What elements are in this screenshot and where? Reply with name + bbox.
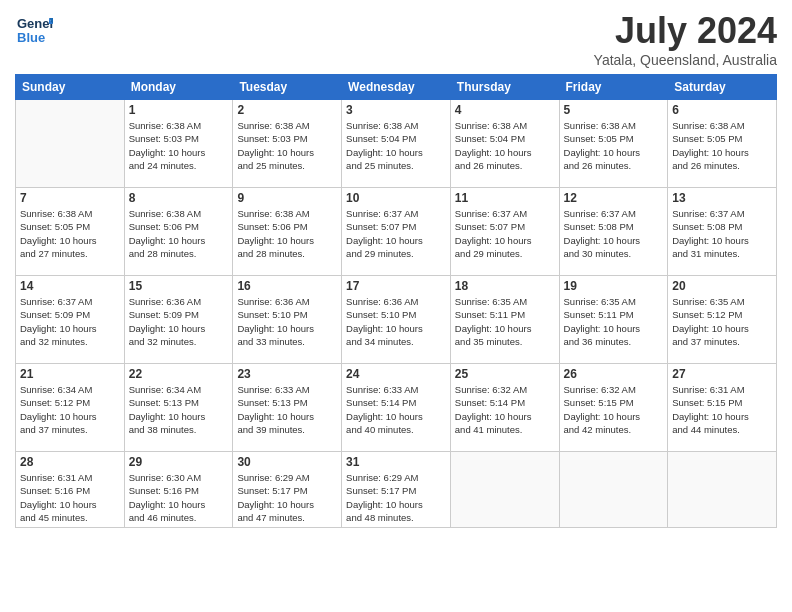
day-number: 20 [672, 279, 772, 293]
day-info: Sunrise: 6:35 AMSunset: 5:11 PMDaylight:… [564, 295, 664, 348]
header-friday: Friday [559, 75, 668, 100]
table-row: 18Sunrise: 6:35 AMSunset: 5:11 PMDayligh… [450, 276, 559, 364]
day-info: Sunrise: 6:36 AMSunset: 5:09 PMDaylight:… [129, 295, 229, 348]
table-row [16, 100, 125, 188]
table-row: 6Sunrise: 6:38 AMSunset: 5:05 PMDaylight… [668, 100, 777, 188]
day-number: 27 [672, 367, 772, 381]
day-number: 26 [564, 367, 664, 381]
table-row: 10Sunrise: 6:37 AMSunset: 5:07 PMDayligh… [342, 188, 451, 276]
day-number: 13 [672, 191, 772, 205]
day-info: Sunrise: 6:30 AMSunset: 5:16 PMDaylight:… [129, 471, 229, 524]
table-row: 22Sunrise: 6:34 AMSunset: 5:13 PMDayligh… [124, 364, 233, 452]
day-info: Sunrise: 6:34 AMSunset: 5:13 PMDaylight:… [129, 383, 229, 436]
day-info: Sunrise: 6:31 AMSunset: 5:16 PMDaylight:… [20, 471, 120, 524]
day-info: Sunrise: 6:38 AMSunset: 5:05 PMDaylight:… [672, 119, 772, 172]
table-row: 16Sunrise: 6:36 AMSunset: 5:10 PMDayligh… [233, 276, 342, 364]
day-info: Sunrise: 6:38 AMSunset: 5:05 PMDaylight:… [20, 207, 120, 260]
day-number: 2 [237, 103, 337, 117]
title-area: July 2024 Yatala, Queensland, Australia [594, 10, 777, 68]
calendar-header-row: Sunday Monday Tuesday Wednesday Thursday… [16, 75, 777, 100]
table-row: 4Sunrise: 6:38 AMSunset: 5:04 PMDaylight… [450, 100, 559, 188]
logo: General Blue [15, 10, 53, 48]
table-row: 15Sunrise: 6:36 AMSunset: 5:09 PMDayligh… [124, 276, 233, 364]
table-row: 3Sunrise: 6:38 AMSunset: 5:04 PMDaylight… [342, 100, 451, 188]
day-info: Sunrise: 6:31 AMSunset: 5:15 PMDaylight:… [672, 383, 772, 436]
header-sunday: Sunday [16, 75, 125, 100]
table-row: 2Sunrise: 6:38 AMSunset: 5:03 PMDaylight… [233, 100, 342, 188]
page: General Blue July 2024 Yatala, Queenslan… [0, 0, 792, 612]
table-row: 31Sunrise: 6:29 AMSunset: 5:17 PMDayligh… [342, 452, 451, 528]
table-row: 23Sunrise: 6:33 AMSunset: 5:13 PMDayligh… [233, 364, 342, 452]
day-number: 9 [237, 191, 337, 205]
day-info: Sunrise: 6:35 AMSunset: 5:11 PMDaylight:… [455, 295, 555, 348]
day-info: Sunrise: 6:38 AMSunset: 5:04 PMDaylight:… [346, 119, 446, 172]
day-info: Sunrise: 6:29 AMSunset: 5:17 PMDaylight:… [346, 471, 446, 524]
day-number: 23 [237, 367, 337, 381]
day-info: Sunrise: 6:38 AMSunset: 5:03 PMDaylight:… [237, 119, 337, 172]
table-row: 17Sunrise: 6:36 AMSunset: 5:10 PMDayligh… [342, 276, 451, 364]
day-info: Sunrise: 6:36 AMSunset: 5:10 PMDaylight:… [346, 295, 446, 348]
day-number: 29 [129, 455, 229, 469]
table-row: 27Sunrise: 6:31 AMSunset: 5:15 PMDayligh… [668, 364, 777, 452]
day-info: Sunrise: 6:36 AMSunset: 5:10 PMDaylight:… [237, 295, 337, 348]
day-info: Sunrise: 6:37 AMSunset: 5:08 PMDaylight:… [564, 207, 664, 260]
day-number: 4 [455, 103, 555, 117]
location: Yatala, Queensland, Australia [594, 52, 777, 68]
day-number: 16 [237, 279, 337, 293]
header-monday: Monday [124, 75, 233, 100]
svg-text:General: General [17, 16, 53, 31]
table-row: 9Sunrise: 6:38 AMSunset: 5:06 PMDaylight… [233, 188, 342, 276]
table-row: 30Sunrise: 6:29 AMSunset: 5:17 PMDayligh… [233, 452, 342, 528]
table-row: 5Sunrise: 6:38 AMSunset: 5:05 PMDaylight… [559, 100, 668, 188]
header-tuesday: Tuesday [233, 75, 342, 100]
day-number: 3 [346, 103, 446, 117]
day-info: Sunrise: 6:35 AMSunset: 5:12 PMDaylight:… [672, 295, 772, 348]
month-title: July 2024 [594, 10, 777, 52]
day-info: Sunrise: 6:37 AMSunset: 5:09 PMDaylight:… [20, 295, 120, 348]
table-row: 13Sunrise: 6:37 AMSunset: 5:08 PMDayligh… [668, 188, 777, 276]
day-number: 17 [346, 279, 446, 293]
table-row: 11Sunrise: 6:37 AMSunset: 5:07 PMDayligh… [450, 188, 559, 276]
day-number: 10 [346, 191, 446, 205]
day-info: Sunrise: 6:37 AMSunset: 5:08 PMDaylight:… [672, 207, 772, 260]
day-number: 6 [672, 103, 772, 117]
day-info: Sunrise: 6:34 AMSunset: 5:12 PMDaylight:… [20, 383, 120, 436]
day-info: Sunrise: 6:32 AMSunset: 5:15 PMDaylight:… [564, 383, 664, 436]
day-number: 8 [129, 191, 229, 205]
table-row: 25Sunrise: 6:32 AMSunset: 5:14 PMDayligh… [450, 364, 559, 452]
table-row: 19Sunrise: 6:35 AMSunset: 5:11 PMDayligh… [559, 276, 668, 364]
day-info: Sunrise: 6:38 AMSunset: 5:06 PMDaylight:… [129, 207, 229, 260]
day-info: Sunrise: 6:29 AMSunset: 5:17 PMDaylight:… [237, 471, 337, 524]
day-number: 25 [455, 367, 555, 381]
day-number: 1 [129, 103, 229, 117]
day-info: Sunrise: 6:37 AMSunset: 5:07 PMDaylight:… [346, 207, 446, 260]
calendar-table: Sunday Monday Tuesday Wednesday Thursday… [15, 74, 777, 528]
day-info: Sunrise: 6:38 AMSunset: 5:03 PMDaylight:… [129, 119, 229, 172]
day-number: 18 [455, 279, 555, 293]
table-row: 12Sunrise: 6:37 AMSunset: 5:08 PMDayligh… [559, 188, 668, 276]
table-row [668, 452, 777, 528]
day-number: 19 [564, 279, 664, 293]
day-number: 31 [346, 455, 446, 469]
table-row: 1Sunrise: 6:38 AMSunset: 5:03 PMDaylight… [124, 100, 233, 188]
day-number: 7 [20, 191, 120, 205]
day-info: Sunrise: 6:32 AMSunset: 5:14 PMDaylight:… [455, 383, 555, 436]
table-row: 28Sunrise: 6:31 AMSunset: 5:16 PMDayligh… [16, 452, 125, 528]
table-row: 24Sunrise: 6:33 AMSunset: 5:14 PMDayligh… [342, 364, 451, 452]
header-thursday: Thursday [450, 75, 559, 100]
table-row: 8Sunrise: 6:38 AMSunset: 5:06 PMDaylight… [124, 188, 233, 276]
table-row [559, 452, 668, 528]
day-number: 21 [20, 367, 120, 381]
logo-icon: General Blue [15, 10, 53, 48]
day-number: 22 [129, 367, 229, 381]
table-row [450, 452, 559, 528]
svg-text:Blue: Blue [17, 30, 45, 45]
day-info: Sunrise: 6:37 AMSunset: 5:07 PMDaylight:… [455, 207, 555, 260]
header-saturday: Saturday [668, 75, 777, 100]
day-number: 12 [564, 191, 664, 205]
table-row: 14Sunrise: 6:37 AMSunset: 5:09 PMDayligh… [16, 276, 125, 364]
day-info: Sunrise: 6:38 AMSunset: 5:06 PMDaylight:… [237, 207, 337, 260]
table-row: 29Sunrise: 6:30 AMSunset: 5:16 PMDayligh… [124, 452, 233, 528]
day-info: Sunrise: 6:33 AMSunset: 5:13 PMDaylight:… [237, 383, 337, 436]
header: General Blue July 2024 Yatala, Queenslan… [15, 10, 777, 68]
